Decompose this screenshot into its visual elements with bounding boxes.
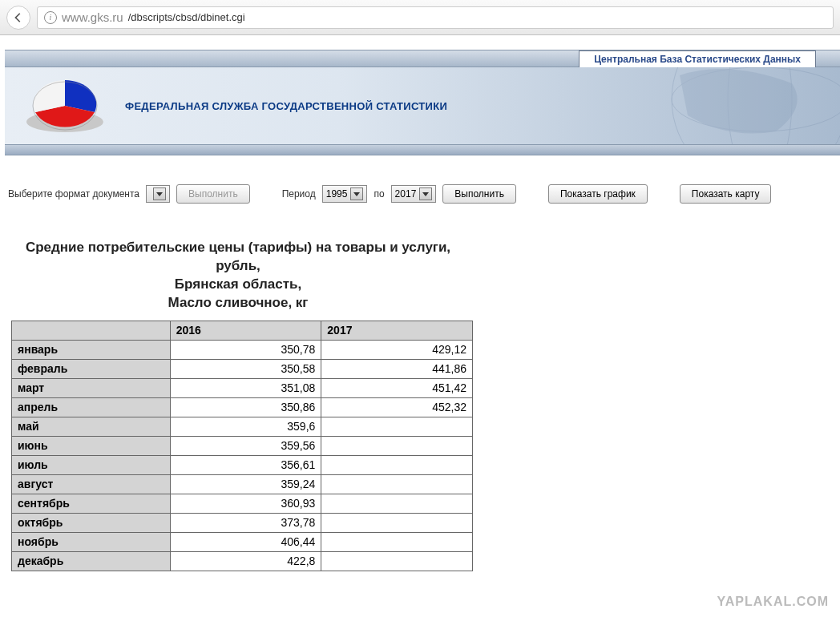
execute-period-button[interactable]: Выполнить	[442, 184, 516, 204]
title-line-3: Масло сливочное, кг	[168, 295, 309, 310]
value-2017	[321, 417, 473, 436]
value-2016: 406,44	[170, 532, 321, 551]
value-2016: 350,86	[170, 397, 321, 417]
value-2016: 350,58	[170, 359, 321, 378]
table-row: август359,24	[12, 474, 473, 494]
month-label: январь	[12, 340, 171, 359]
organization-name: ФЕДЕРАЛЬНАЯ СЛУЖБА ГОСУДАРСТВЕННОЙ СТАТИ…	[125, 100, 447, 112]
value-2017: 451,42	[321, 378, 473, 397]
value-2017	[321, 513, 473, 532]
value-2017: 441,86	[321, 359, 473, 378]
url-path: /dbscripts/cbsd/dbinet.cgi	[128, 11, 245, 23]
execute-format-button[interactable]: Выполнить	[176, 184, 250, 204]
main-banner: ФЕДЕРАЛЬНАЯ СЛУЖБА ГОСУДАРСТВЕННОЙ СТАТИ…	[5, 67, 840, 144]
month-label: декабрь	[12, 551, 171, 571]
table-row: апрель350,86452,32	[12, 397, 473, 417]
table-row: март351,08451,42	[12, 378, 473, 397]
corner-cell	[12, 321, 171, 340]
value-2017	[321, 455, 473, 474]
value-2017	[321, 532, 473, 551]
value-2017: 429,12	[321, 340, 473, 359]
title-line-1: Средние потребительские цены (тарифы) на…	[26, 240, 450, 273]
table-row: февраль350,58441,86	[12, 359, 473, 378]
pie-logo-icon	[21, 74, 109, 138]
value-2016: 356,61	[170, 455, 321, 474]
info-icon: i	[44, 11, 57, 24]
period-label: Период	[282, 188, 316, 200]
month-label: июль	[12, 455, 171, 474]
value-2017	[321, 494, 473, 513]
address-bar[interactable]: i www.gks.ru/dbscripts/cbsd/dbinet.cgi	[37, 6, 834, 29]
period-to-select[interactable]: 2017	[391, 185, 437, 203]
period-to-label: по	[374, 188, 384, 200]
show-chart-button[interactable]: Показать график	[548, 184, 648, 204]
table-row: октябрь373,78	[12, 513, 473, 532]
table-row: июль356,61	[12, 455, 473, 474]
value-2016: 359,24	[170, 474, 321, 494]
year-header-2016: 2016	[170, 321, 321, 340]
period-from-value: 1995	[326, 188, 348, 200]
format-label: Выберите формат документа	[8, 188, 139, 200]
back-button[interactable]	[6, 6, 30, 30]
month-label: март	[12, 378, 171, 397]
value-2017: 452,32	[321, 397, 473, 417]
table-row: декабрь422,8	[12, 551, 473, 571]
table-row: июнь359,56	[12, 436, 473, 455]
value-2016: 351,08	[170, 378, 321, 397]
price-table: 2016 2017 январь350,78429,12февраль350,5…	[11, 321, 473, 571]
month-label: ноябрь	[12, 532, 171, 551]
value-2017	[321, 436, 473, 455]
table-row: сентябрь360,93	[12, 494, 473, 513]
month-label: октябрь	[12, 513, 171, 532]
page-header: Центральная База Статистических Данных Ф…	[5, 50, 840, 155]
show-map-button[interactable]: Показать карту	[680, 184, 772, 204]
top-banner: Центральная База Статистических Данных	[5, 50, 840, 67]
url-host: www.gks.ru	[62, 10, 123, 24]
value-2016: 359,56	[170, 436, 321, 455]
globe-decoration-icon	[519, 67, 840, 144]
period-from-select[interactable]: 1995	[322, 185, 368, 203]
banner-bottom-stripe	[5, 144, 840, 155]
chevron-down-icon	[350, 188, 363, 200]
month-label: май	[12, 417, 171, 436]
browser-toolbar: i www.gks.ru/dbscripts/cbsd/dbinet.cgi	[0, 0, 840, 35]
value-2016: 422,8	[170, 551, 321, 571]
value-2017	[321, 474, 473, 494]
chevron-down-icon	[419, 188, 432, 200]
arrow-left-icon	[13, 12, 24, 23]
month-label: август	[12, 474, 171, 494]
table-title: Средние потребительские цены (тарифы) на…	[0, 239, 465, 313]
month-label: апрель	[12, 397, 171, 417]
value-2016: 373,78	[170, 513, 321, 532]
value-2016: 350,78	[170, 340, 321, 359]
table-header-row: 2016 2017	[12, 321, 473, 340]
table-row: май359,6	[12, 417, 473, 436]
month-label: сентябрь	[12, 494, 171, 513]
table-row: ноябрь406,44	[12, 532, 473, 551]
watermark: YAPLAKAL.COM	[717, 595, 829, 609]
title-line-2: Брянская область,	[175, 276, 301, 292]
month-label: июнь	[12, 436, 171, 455]
year-header-2017: 2017	[321, 321, 473, 340]
value-2017	[321, 551, 473, 571]
table-row: январь350,78429,12	[12, 340, 473, 359]
period-to-value: 2017	[395, 188, 417, 200]
format-select[interactable]	[146, 185, 170, 203]
value-2016: 359,6	[170, 417, 321, 436]
controls-toolbar: Выберите формат документа Выполнить Пери…	[0, 155, 840, 212]
chevron-down-icon	[153, 188, 166, 200]
month-label: февраль	[12, 359, 171, 378]
central-db-label: Центральная База Статистических Данных	[579, 50, 816, 68]
value-2016: 360,93	[170, 494, 321, 513]
